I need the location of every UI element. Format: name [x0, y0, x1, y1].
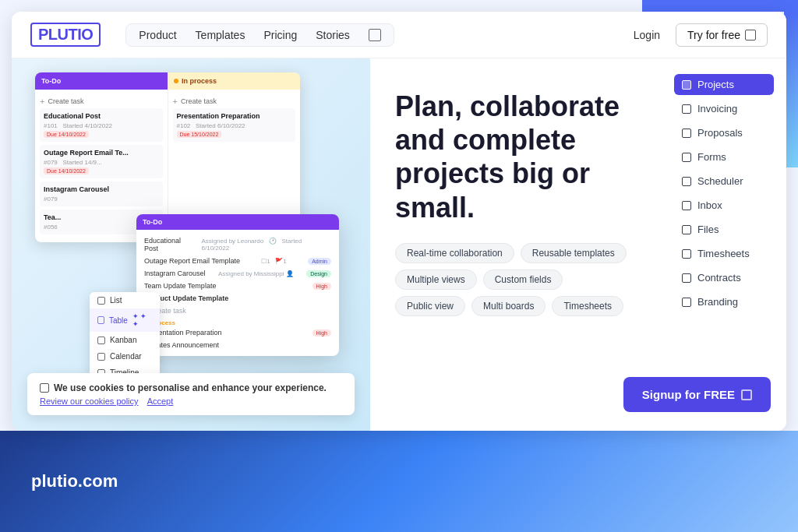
floating-task-card: To-Do Educational Post Assigned by Leona…	[136, 214, 339, 356]
sidebar-item-timesheets[interactable]: Timesheets	[674, 243, 774, 264]
sidebar-item-proposals[interactable]: Proposals	[674, 122, 774, 143]
content-area: To-Do In process Create task Educational…	[12, 58, 786, 431]
floating-row-3: Instagram Carousel Assigned by Mississip…	[141, 267, 334, 280]
scheduler-icon	[682, 177, 691, 186]
sidebar-item-files[interactable]: Files	[674, 219, 774, 240]
sidebar-item-forms[interactable]: Forms	[674, 146, 774, 167]
tag-publicview: Public view	[395, 296, 465, 316]
floating-row-create[interactable]: + Create task	[141, 305, 334, 317]
signup-icon	[741, 389, 752, 400]
task-instagram: Instagram Carousel #079	[40, 181, 163, 206]
sidebar-item-branding[interactable]: Branding	[674, 291, 774, 312]
nav-pricing[interactable]: Pricing	[263, 29, 297, 41]
main-card: PLUTIO Product Templates Pricing Stories…	[12, 12, 786, 431]
try-button[interactable]: Try for free	[676, 23, 768, 47]
floating-row-1: Educational Post Assigned by Leonardo 🕐 …	[141, 234, 334, 255]
nav-links: Product Templates Pricing Stories	[125, 23, 394, 47]
floating-row-6: Presentation Preparation High	[141, 326, 334, 339]
cookie-links: Review our cookies policy Accept	[40, 396, 342, 406]
forms-icon	[682, 153, 691, 162]
ctx-table[interactable]: Table ✦ ✦ ✦	[90, 308, 160, 332]
footer-url: plutio.com	[31, 471, 118, 491]
todo-column-header: To-Do	[35, 72, 168, 90]
signup-section: Signup for FREE	[623, 377, 771, 412]
right-sidebar: Projects Invoicing Proposals Forms Sched…	[662, 58, 786, 431]
nav-product[interactable]: Product	[139, 29, 176, 41]
nav-stories[interactable]: Stories	[316, 29, 350, 41]
cookie-accept-button[interactable]: Accept	[147, 396, 174, 406]
view-context-menu: List Table ✦ ✦ ✦ Kanban Calendar T	[90, 292, 160, 381]
floating-row-4: Team Update Template High	[141, 280, 334, 292]
logo[interactable]: PLUTIO	[30, 23, 101, 47]
floating-row-7: Updates Announcement	[141, 339, 334, 351]
invoicing-icon	[682, 104, 691, 114]
tag-multiboards: Multi boards	[471, 296, 546, 316]
cookie-policy-link[interactable]: Review our cookies policy	[40, 396, 139, 406]
nav-actions: Login Try for free	[624, 23, 768, 47]
files-icon	[682, 225, 691, 234]
create-task-todo[interactable]: Create task	[40, 94, 163, 108]
nav-grid-icon	[369, 29, 381, 41]
sidebar-item-projects[interactable]: Projects	[674, 74, 774, 95]
cookie-bar: We use cookies to personalise and enhanc…	[27, 373, 355, 415]
floating-card-header: To-Do	[136, 214, 339, 230]
inprocess-column-header: In process	[168, 72, 300, 90]
in-process-label: In process	[141, 317, 334, 326]
floating-row-2: Outage Report Email Template ☐1 🚩1 Admin	[141, 255, 334, 267]
create-task-inprocess[interactable]: Create task	[173, 94, 296, 108]
task-presentation: Presentation Preparation #102 Started 6/…	[173, 108, 296, 142]
cookie-icon	[40, 383, 49, 393]
ctx-list[interactable]: List	[90, 292, 160, 308]
sidebar-item-scheduler[interactable]: Scheduler	[674, 171, 774, 192]
tag-customfields: Custom fields	[483, 270, 563, 290]
tag-realtime: Real-time collaboration	[395, 243, 514, 263]
branding-icon	[682, 298, 691, 307]
login-button[interactable]: Login	[624, 24, 669, 46]
footer: plutio.com	[0, 431, 798, 532]
screenshot-panel: To-Do In process Create task Educational…	[12, 58, 370, 431]
floating-card-body: Educational Post Assigned by Leonardo 🕐 …	[136, 230, 339, 356]
ctx-kanban[interactable]: Kanban	[90, 332, 160, 348]
sidebar-item-contracts[interactable]: Contracts	[674, 267, 774, 288]
inbox-icon	[682, 201, 691, 210]
feature-tags: Real-time collaboration Reusable templat…	[395, 243, 637, 316]
try-icon	[745, 30, 756, 41]
ctx-calendar[interactable]: Calendar	[90, 348, 160, 365]
list-icon	[97, 297, 105, 305]
signup-button[interactable]: Signup for FREE	[623, 377, 771, 412]
cookie-title: We use cookies to personalise and enhanc…	[40, 382, 342, 393]
proposals-icon	[682, 129, 691, 138]
projects-icon	[682, 80, 691, 90]
nav-templates[interactable]: Templates	[196, 29, 245, 41]
top-accent-bar	[642, 0, 798, 12]
task-outage-report: Outage Report Email Te... #079 Started 1…	[40, 145, 163, 178]
timesheets-icon	[682, 249, 691, 259]
floating-row-5: Product Update Template	[141, 292, 334, 305]
sidebar-item-invoicing[interactable]: Invoicing	[674, 98, 774, 119]
sidebar-item-inbox[interactable]: Inbox	[674, 195, 774, 216]
task-educational-post: Educational Post #101 Started 4/10/2022 …	[40, 108, 163, 142]
board-header: To-Do In process	[35, 72, 300, 90]
hero-section: Plan, collaborate and complete projects …	[370, 58, 662, 431]
tag-reusable: Reusable templates	[521, 243, 627, 263]
hero-title: Plan, collaborate and complete projects …	[395, 90, 637, 224]
kanban-icon	[97, 336, 105, 344]
tag-views: Multiple views	[395, 270, 477, 290]
tag-timesheets: Timesheets	[552, 296, 623, 316]
navbar: PLUTIO Product Templates Pricing Stories…	[12, 12, 786, 58]
calendar-icon	[97, 353, 105, 361]
table-icon	[97, 316, 104, 324]
contracts-icon	[682, 273, 691, 283]
